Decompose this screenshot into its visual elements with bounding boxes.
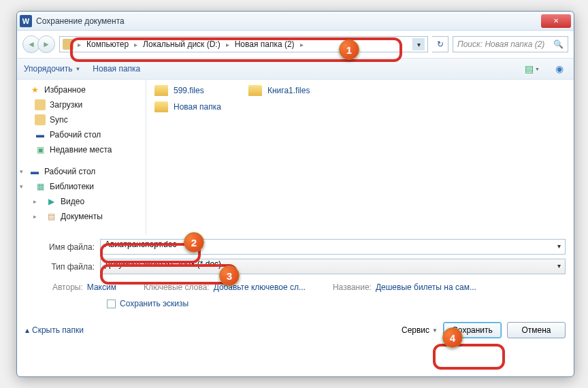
filename-input[interactable]: Авиатранспорт.doc: [100, 239, 566, 255]
sidebar-item[interactable]: ▸▶Видео: [18, 194, 144, 209]
folder-icon: [35, 99, 46, 110]
chevron-right-icon: ▸: [225, 41, 231, 48]
tree-toggle-icon[interactable]: ▾: [20, 168, 23, 175]
sidebar-favorites[interactable]: ★Избранное: [18, 82, 144, 97]
file-item[interactable]: Новая папка: [154, 101, 221, 112]
forward-button[interactable]: ►: [37, 35, 55, 53]
chevron-right-icon: ▸: [133, 41, 139, 48]
authors-label: Авторы:: [52, 282, 83, 292]
library-icon: ▦: [35, 181, 46, 192]
search-placeholder: Поиск: Новая папка (2): [457, 39, 544, 49]
bottom-panel: Имя файла: Авиатранспорт.doc Тип файла: …: [17, 235, 574, 319]
close-button[interactable]: ✕: [541, 14, 571, 28]
filename-label: Имя файла:: [25, 242, 100, 252]
folder-icon: [63, 39, 74, 50]
nav-row: ◄ ► ▸ Компьютер ▸ Локальный диск (D:) ▸ …: [17, 31, 574, 58]
authors-value[interactable]: Максим: [87, 282, 116, 292]
sidebar-desktop[interactable]: ▾▬Рабочий стол: [18, 164, 144, 179]
view-button[interactable]: ▤▼: [525, 61, 540, 76]
breadcrumb-disk[interactable]: Локальный диск (D:): [139, 39, 225, 49]
search-input[interactable]: Поиск: Новая папка (2) 🔍: [453, 36, 568, 52]
body-area: ★Избранное Загрузки Sync ▬Рабочий стол ▣…: [17, 80, 574, 235]
keywords-value[interactable]: Добавьте ключевое сл...: [214, 282, 306, 292]
chevron-down-icon: ▼: [75, 66, 80, 72]
folder-icon: [154, 85, 168, 96]
chevron-right-icon: ▸: [299, 41, 305, 48]
desktop-icon: ▬: [29, 166, 40, 177]
filetype-label: Тип файла:: [25, 262, 100, 272]
chevron-up-icon: ▴: [25, 325, 29, 335]
file-item[interactable]: Книга1.files: [248, 85, 310, 96]
sidebar-item[interactable]: ▸▤Документы: [18, 209, 144, 224]
new-folder-button[interactable]: Новая папка: [93, 64, 140, 74]
save-thumbs-label: Сохранить эскизы: [120, 299, 189, 308]
video-icon: ▶: [46, 196, 56, 207]
dialog-title: Сохранение документа: [36, 16, 541, 26]
save-button[interactable]: Сохранить: [443, 322, 502, 338]
chevron-right-icon: ▸: [76, 41, 82, 48]
keywords-label: Ключевые слова:: [144, 282, 210, 292]
recent-icon: ▣: [35, 144, 46, 155]
file-pane[interactable]: 599.files Новая папка Книга1.files: [146, 80, 574, 235]
save-dialog: W Сохранение документа ✕ ◄ ► ▸ Компьютер…: [16, 11, 574, 377]
breadcrumb-folder[interactable]: Новая папка (2): [231, 39, 299, 49]
help-button[interactable]: ◉: [552, 61, 567, 76]
file-item[interactable]: 599.files: [154, 85, 221, 96]
metadata-row: Авторы:Максим Ключевые слова:Добавьте кл…: [25, 278, 566, 295]
sidebar-item[interactable]: Загрузки: [18, 97, 144, 112]
sidebar: ★Избранное Загрузки Sync ▬Рабочий стол ▣…: [17, 80, 146, 235]
hide-folders-link[interactable]: ▴Скрыть папки: [25, 325, 84, 335]
title-value[interactable]: Дешевые билеты на сам...: [376, 282, 476, 292]
word-icon: W: [20, 15, 32, 27]
save-thumbs-checkbox[interactable]: [107, 300, 116, 308]
folder-icon: [35, 114, 46, 125]
title-label: Название:: [333, 282, 372, 292]
refresh-button[interactable]: ↻: [432, 36, 448, 52]
star-icon: ★: [29, 84, 40, 95]
search-icon[interactable]: 🔍: [553, 39, 564, 49]
sidebar-libraries[interactable]: ▾▦Библиотеки: [18, 179, 144, 194]
address-dropdown[interactable]: ▾: [412, 38, 425, 50]
filetype-select[interactable]: Документ Word 97-2003 (*.doc): [100, 259, 566, 274]
cancel-button[interactable]: Отмена: [507, 322, 566, 338]
document-icon: ▤: [46, 211, 56, 222]
tools-button[interactable]: Сервис▼: [402, 325, 438, 335]
chevron-down-icon: ▼: [432, 327, 438, 334]
sidebar-item[interactable]: ▬Рабочий стол: [18, 127, 144, 142]
footer: ▴Скрыть папки Сервис▼ Сохранить Отмена: [17, 319, 574, 344]
breadcrumb-computer[interactable]: Компьютер: [82, 39, 133, 49]
folder-icon: [154, 101, 168, 112]
desktop-icon: ▬: [35, 129, 46, 140]
sidebar-item[interactable]: Sync: [18, 112, 144, 127]
toolbar: Упорядочить▼ Новая папка ▤▼ ◉: [17, 58, 574, 80]
folder-icon: [248, 85, 262, 96]
titlebar: W Сохранение документа ✕: [17, 12, 574, 31]
tree-toggle-icon[interactable]: ▸: [33, 213, 37, 220]
organize-button[interactable]: Упорядочить▼: [24, 64, 80, 74]
sidebar-item[interactable]: ▣Недавние места: [18, 142, 144, 157]
tree-toggle-icon[interactable]: ▾: [20, 183, 23, 190]
address-bar[interactable]: ▸ Компьютер ▸ Локальный диск (D:) ▸ Нова…: [59, 36, 428, 52]
tree-toggle-icon[interactable]: ▸: [33, 198, 37, 205]
